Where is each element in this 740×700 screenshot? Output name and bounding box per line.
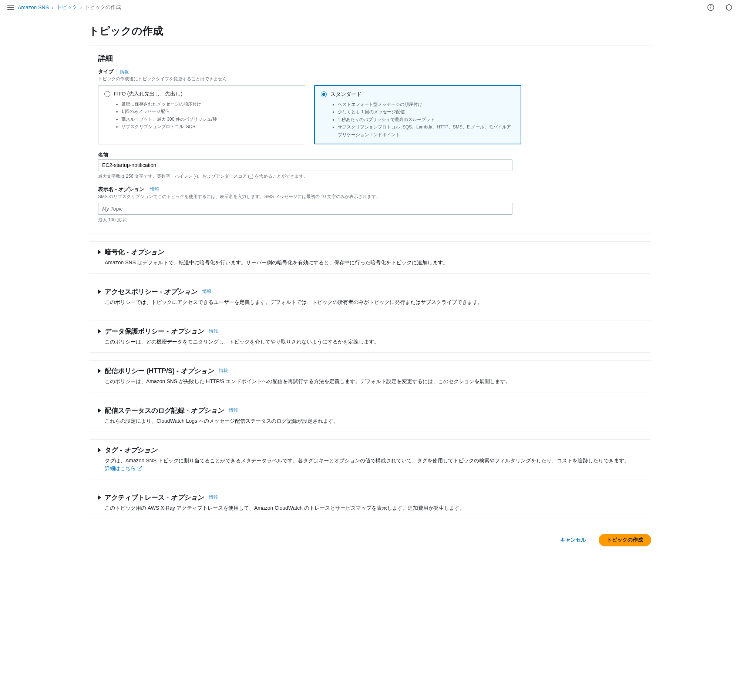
list-item: サブスクリプションプロトコル :SQS、Lambda、HTTP、SMS、E メー… bbox=[338, 123, 515, 138]
section-logging-toggle[interactable]: 配信ステータスのログ記録 - オプション 情報 bbox=[98, 406, 642, 415]
external-link-icon bbox=[137, 466, 142, 471]
display-info-link[interactable]: 情報 bbox=[147, 186, 159, 193]
display-name-field: 表示名 - オプション 情報 SMS のサブスクリプションでこのトピックを使用す… bbox=[98, 186, 642, 223]
section-encryption-toggle[interactable]: 暗号化 - オプション bbox=[98, 248, 642, 257]
display-label: 表示名 - オプション bbox=[98, 186, 144, 193]
tracing-title: アクティブトレース - オプション bbox=[105, 493, 204, 502]
detail-header: 詳細 bbox=[98, 53, 642, 63]
display-name-input[interactable] bbox=[98, 203, 512, 215]
tags-title: タグ - オプション bbox=[105, 446, 157, 454]
caret-right-icon bbox=[98, 448, 101, 452]
fifo-features: 厳密に保存されたメッセージの順序付け 1 回のみメッセージ配信 高スループット、… bbox=[104, 100, 299, 131]
display-hint: SMS のサブスクリプションでこのトピックを使用するには、表示名を入力します。S… bbox=[98, 194, 642, 200]
section-access-policy: アクセスポリシー - オプション 情報 このポリシーでは、トピックにアクセスでき… bbox=[89, 281, 651, 313]
type-info-link[interactable]: 情報 bbox=[116, 69, 129, 75]
name-field: 名前 最大文字数は 256 文字です。英数字、ハイフン (-)、およびアンダース… bbox=[98, 152, 642, 179]
top-bar: Amazon SNS › トピック › トピックの作成 bbox=[0, 0, 740, 15]
breadcrumb-topics[interactable]: トピック bbox=[57, 4, 77, 11]
caret-right-icon bbox=[98, 369, 101, 373]
list-item: 厳密に保存されたメッセージの順序付け bbox=[121, 100, 299, 108]
breadcrumb-service[interactable]: Amazon SNS bbox=[18, 4, 49, 10]
hamburger-menu-icon[interactable] bbox=[7, 5, 14, 10]
radio-standard[interactable] bbox=[321, 91, 327, 97]
fifo-title: FIFO (先入れ先出し、先出し) bbox=[114, 91, 182, 97]
data-protection-desc: このポリシーは、どの機密データをモニタリングし、トピックを介してやり取りされない… bbox=[98, 338, 642, 346]
access-desc: このポリシーでは、トピックにアクセスできるユーザーを定義します。デフォルトでは、… bbox=[98, 299, 642, 306]
type-hint: トピックの作成後にトピックタイプを変更することはできません bbox=[98, 76, 642, 82]
tracing-info-link[interactable]: 情報 bbox=[209, 494, 218, 500]
section-tags-toggle[interactable]: タグ - オプション bbox=[98, 446, 642, 454]
standard-title: スタンダード bbox=[330, 91, 361, 98]
section-data-protection-toggle[interactable]: データ保護ポリシー - オプション 情報 bbox=[98, 327, 642, 336]
section-tags: タグ - オプション タグは、Amazon SNS トピックに割り当てることがで… bbox=[89, 440, 651, 479]
delivery-desc: このポリシーは、Amazon SNS が失敗した HTTP/S エンドポイントへ… bbox=[98, 378, 642, 385]
caret-right-icon bbox=[98, 250, 101, 254]
type-card-standard[interactable]: スタンダード ベストエフォート型メッセージの順序付け 少なくとも 1 回のメッセ… bbox=[314, 85, 521, 144]
page-title: トピックの作成 bbox=[89, 24, 651, 38]
type-field: タイプ 情報 トピックの作成後にトピックタイプを変更することはできません FIF… bbox=[98, 69, 642, 144]
encryption-desc: Amazon SNS はデフォルトで、転送中に暗号化を行います。サーバー側の暗号… bbox=[98, 259, 642, 266]
svg-point-2 bbox=[711, 6, 711, 6]
top-left: Amazon SNS › トピック › トピックの作成 bbox=[7, 4, 121, 11]
logging-info-link[interactable]: 情報 bbox=[229, 407, 238, 413]
delivery-title: 配信ポリシー (HTTP/S) - オプション bbox=[105, 366, 214, 375]
access-info-link[interactable]: 情報 bbox=[203, 288, 211, 295]
detail-panel: 詳細 タイプ 情報 トピックの作成後にトピックタイプを変更することはできません … bbox=[89, 46, 651, 234]
list-item: 1 回のみメッセージ配信 bbox=[121, 108, 299, 115]
chevron-right-icon: › bbox=[52, 4, 54, 10]
display-hint2: 最大 100 文字。 bbox=[98, 217, 642, 223]
list-item: ベストエフォート型メッセージの順序付け bbox=[338, 101, 515, 108]
caret-right-icon bbox=[98, 495, 101, 500]
delivery-info-link[interactable]: 情報 bbox=[219, 368, 228, 374]
name-label: 名前 bbox=[98, 152, 109, 159]
caret-right-icon bbox=[98, 290, 101, 294]
tags-learn-more-link[interactable]: 詳細はこちら bbox=[105, 465, 142, 472]
standard-features: ベストエフォート型メッセージの順序付け 少なくとも 1 回のメッセージ配信 1 … bbox=[321, 101, 515, 138]
type-label: タイプ bbox=[98, 69, 114, 75]
caret-right-icon bbox=[98, 408, 101, 413]
section-tracing: アクティブトレース - オプション 情報 このトピック用の AWS X-Ray … bbox=[89, 487, 651, 519]
breadcrumb-current: トピックの作成 bbox=[85, 4, 121, 11]
data-protection-title: データ保護ポリシー - オプション bbox=[105, 327, 204, 336]
svg-marker-3 bbox=[726, 4, 731, 11]
breadcrumb: Amazon SNS › トピック › トピックの作成 bbox=[18, 4, 121, 11]
tracing-desc: このトピック用の AWS X-Ray アクティブトレースを使用して、Amazon… bbox=[98, 504, 642, 512]
footer-actions: キャンセル トピックの作成 bbox=[89, 526, 651, 561]
type-card-fifo[interactable]: FIFO (先入れ先出し、先出し) 厳密に保存されたメッセージの順序付け 1 回… bbox=[98, 85, 305, 144]
data-protection-info-link[interactable]: 情報 bbox=[209, 328, 218, 334]
encryption-title: 暗号化 - オプション bbox=[105, 248, 164, 257]
tags-desc: タグは、Amazon SNS トピックに割り当てることができるメタデータラベルで… bbox=[98, 457, 642, 472]
list-item: 少なくとも 1 回のメッセージ配信 bbox=[338, 108, 515, 116]
top-right-icons bbox=[707, 4, 733, 11]
list-item: サブスクリプションプロトコル: SQS bbox=[121, 123, 299, 130]
name-hint: 最大文字数は 256 文字です。英数字、ハイフン (-)、およびアンダースコア … bbox=[98, 173, 642, 179]
list-item: 高スループット、最大 300 件のパブリッシュ/秒 bbox=[121, 116, 299, 123]
access-title: アクセスポリシー - オプション bbox=[105, 287, 197, 296]
type-options: FIFO (先入れ先出し、先出し) 厳密に保存されたメッセージの順序付け 1 回… bbox=[98, 85, 642, 144]
chevron-right-icon: › bbox=[80, 4, 82, 10]
list-item: 1 秒あたりのパブリッシュで最高のスループット bbox=[338, 116, 515, 123]
radio-fifo[interactable] bbox=[104, 91, 110, 97]
divider bbox=[719, 4, 720, 11]
section-data-protection: データ保護ポリシー - オプション 情報 このポリシーは、どの機密データをモニタ… bbox=[89, 321, 651, 353]
support-icon[interactable] bbox=[725, 4, 733, 11]
section-delivery-policy: 配信ポリシー (HTTP/S) - オプション 情報 このポリシーは、Amazo… bbox=[89, 360, 651, 393]
section-encryption: 暗号化 - オプション Amazon SNS はデフォルトで、転送中に暗号化を行… bbox=[89, 241, 651, 274]
section-delivery-toggle[interactable]: 配信ポリシー (HTTP/S) - オプション 情報 bbox=[98, 366, 642, 375]
caret-right-icon bbox=[98, 329, 101, 334]
logging-desc: これらの設定により、CloudWatch Logs へのメッセージ配信ステータス… bbox=[98, 417, 642, 425]
logging-title: 配信ステータスのログ記録 - オプション bbox=[105, 406, 224, 415]
info-icon[interactable] bbox=[707, 4, 715, 11]
cancel-button[interactable]: キャンセル bbox=[553, 534, 593, 546]
section-tracing-toggle[interactable]: アクティブトレース - オプション 情報 bbox=[98, 493, 642, 502]
section-access-toggle[interactable]: アクセスポリシー - オプション 情報 bbox=[98, 287, 642, 296]
create-topic-button[interactable]: トピックの作成 bbox=[599, 534, 651, 546]
section-logging: 配信ステータスのログ記録 - オプション 情報 これらの設定により、CloudW… bbox=[89, 400, 651, 432]
name-input[interactable] bbox=[98, 159, 512, 171]
main-content: トピックの作成 詳細 タイプ 情報 トピックの作成後にトピックタイプを変更するこ… bbox=[44, 15, 696, 570]
svg-line-4 bbox=[139, 466, 142, 469]
